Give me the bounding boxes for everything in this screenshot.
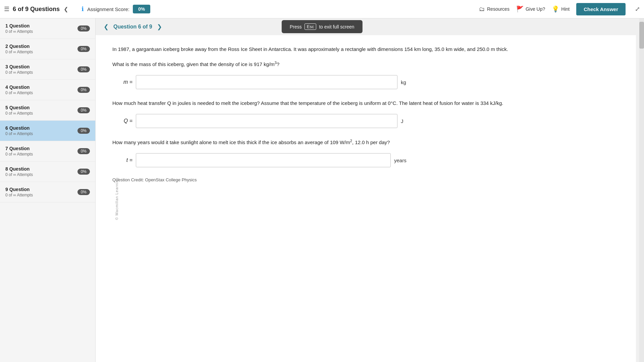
sidebar-item-4[interactable]: 4 Question 0 of ∞ Attempts 0% [0,80,95,100]
assignment-score-section: ℹ Assignment Score: 0% [82,5,150,13]
giveup-icon: 🚩 [516,5,524,13]
sidebar-item-name: 2 Question [5,44,33,49]
sidebar-item-name: 3 Question [5,64,33,69]
hamburger-icon[interactable]: ☰ [4,5,9,13]
sidebar-item-name: 1 Question [5,23,33,28]
sidebar-item-name: 9 Question [5,187,33,192]
sidebar-item-badge: 0% [77,148,90,154]
sidebar-item-info: 1 Question 0 of ∞ Attempts [5,23,33,34]
fullscreen-text-after: to exit full screen [319,24,354,29]
heat-input[interactable] [136,114,397,128]
sidebar-item-info: 9 Question 0 of ∞ Attempts [5,187,33,197]
sidebar-item-5[interactable]: 5 Question 0 of ∞ Attempts 0% [0,100,95,121]
top-bar: ☰ 6 of 9 Questions ❮ ℹ Assignment Score:… [0,0,644,18]
fullscreen-text-before: Press [290,24,302,29]
sidebar-item-info: 4 Question 0 of ∞ Attempts [5,84,33,95]
fullscreen-notice: Press Esc to exit full screen [282,20,363,33]
question-paragraph1: In 1987, a gargantuan iceberg broke away… [112,45,623,53]
sidebar: 1 Question 0 of ∞ Attempts 0% 2 Question… [0,18,96,362]
hint-button[interactable]: 💡 Hint [552,5,570,13]
sidebar-item-name: 7 Question [5,146,33,151]
heat-unit: J [401,118,404,124]
sidebar-item-badge: 0% [77,128,90,134]
giveup-label: Give Up? [526,6,545,12]
mass-unit: kg [401,79,406,85]
question-nav-title: Question 6 of 9 [113,24,152,30]
top-bar-title: 6 of 9 Questions [13,6,60,13]
sidebar-item-attempts: 0 of ∞ Attempts [5,131,33,136]
sidebar-item-8[interactable]: 8 Question 0 of ∞ Attempts 0% [0,162,95,182]
sidebar-item-7[interactable]: 7 Question 0 of ∞ Attempts 0% [0,141,95,162]
content-area: ❮ Question 6 of 9 ❯ © Macmillan Learning… [96,18,644,362]
sidebar-item-9[interactable]: 9 Question 0 of ∞ Attempts 0% [0,182,95,202]
sidebar-item-1[interactable]: 1 Question 0 of ∞ Attempts 0% [0,18,95,39]
sidebar-item-attempts: 0 of ∞ Attempts [5,193,33,197]
sidebar-item-badge: 0% [77,87,90,93]
giveup-button[interactable]: 🚩 Give Up? [516,5,545,13]
heat-input-row: Q = J [119,114,623,128]
score-badge: 0% [133,5,150,13]
sidebar-item-attempts: 0 of ∞ Attempts [5,29,33,34]
sidebar-item-info: 2 Question 0 of ∞ Attempts [5,44,33,54]
sidebar-item-info: 3 Question 0 of ∞ Attempts [5,64,33,75]
assignment-score-label: Assignment Score: [87,6,129,12]
hint-icon: 💡 [552,5,559,13]
hint-label: Hint [561,6,570,12]
sidebar-item-info: 5 Question 0 of ∞ Attempts [5,105,33,116]
sidebar-item-info: 7 Question 0 of ∞ Attempts [5,146,33,157]
esc-key: Esc [305,23,317,30]
sidebar-item-info: 6 Question 0 of ∞ Attempts [5,125,33,136]
sidebar-item-attempts: 0 of ∞ Attempts [5,90,33,95]
sidebar-item-3[interactable]: 3 Question 0 of ∞ Attempts 0% [0,59,95,80]
sidebar-item-6[interactable]: 6 Question 0 of ∞ Attempts 0% [0,121,95,141]
mass-input[interactable] [136,75,397,89]
check-answer-button[interactable]: Check Answer [576,3,626,15]
sidebar-item-badge: 0% [77,46,90,52]
fullscreen-button[interactable]: ⤢ [635,5,640,13]
scrollbar[interactable] [639,18,644,362]
sidebar-item-2[interactable]: 2 Question 0 of ∞ Attempts 0% [0,39,95,59]
time-label: t = [119,157,132,163]
sidebar-item-badge: 0% [77,169,90,175]
time-input[interactable] [136,153,391,167]
top-bar-right: 🗂 Resources 🚩 Give Up? 💡 Hint Check Answ… [479,3,640,15]
collapse-arrow[interactable]: ❮ [64,6,68,12]
main-layout: 1 Question 0 of ∞ Attempts 0% 2 Question… [0,18,644,362]
time-unit: years [394,158,407,163]
resources-button[interactable]: 🗂 Resources [479,6,509,13]
vertical-label: © Macmillan Learning [115,177,119,220]
sidebar-item-attempts: 0 of ∞ Attempts [5,70,33,75]
prev-question-button[interactable]: ❮ [104,23,109,31]
sidebar-item-badge: 0% [77,107,90,113]
question-paragraph2: What is the mass of this iceberg, given … [112,60,623,68]
sidebar-item-badge: 0% [77,25,90,32]
sidebar-item-attempts: 0 of ∞ Attempts [5,50,33,54]
sidebar-item-attempts: 0 of ∞ Attempts [5,172,33,177]
info-icon: ℹ [82,5,84,13]
resources-icon: 🗂 [479,6,485,13]
sidebar-item-badge: 0% [77,66,90,72]
time-input-row: t = years [119,153,623,167]
sidebar-item-info: 8 Question 0 of ∞ Attempts [5,166,33,177]
sidebar-item-name: 5 Question [5,105,33,110]
question-nav: ❮ Question 6 of 9 ❯ [96,18,644,35]
sidebar-item-badge: 0% [77,189,90,195]
mass-input-row: m = kg [119,75,623,89]
sidebar-item-name: 4 Question [5,84,33,90]
question-paragraph3: How much heat transfer Q in joules is ne… [112,99,623,107]
resources-label: Resources [487,6,509,12]
sidebar-item-attempts: 0 of ∞ Attempts [5,152,33,157]
sidebar-item-name: 6 Question [5,125,33,131]
mass-label: m = [119,79,132,85]
question-credit: Question Credit: OpenStax College Physic… [112,177,623,182]
question-paragraph4: How many years would it take sunlight al… [112,138,623,146]
next-question-button[interactable]: ❯ [157,23,162,31]
heat-label: Q = [119,118,132,124]
sidebar-item-attempts: 0 of ∞ Attempts [5,111,33,116]
question-content: © Macmillan Learning In 1987, a gargantu… [96,35,636,362]
scrollbar-thumb[interactable] [639,22,644,49]
sidebar-item-name: 8 Question [5,166,33,172]
